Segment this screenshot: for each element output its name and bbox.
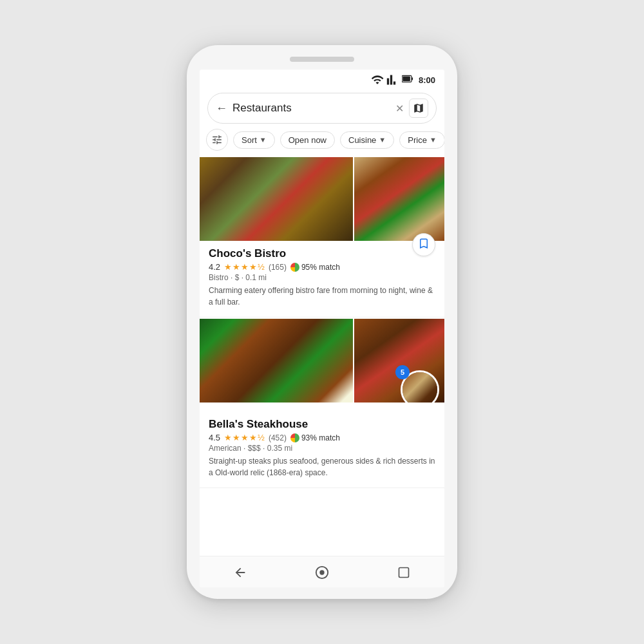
review-count-2: (452) <box>269 433 287 442</box>
star-4: ★ <box>249 262 257 272</box>
filter-row: Sort ▼ Open now Cuisine ▼ Price ▼ T <box>200 129 444 157</box>
sort-arrow: ▼ <box>260 136 267 144</box>
search-bar: ← Restaurants ✕ <box>207 93 437 124</box>
rating-number-2: 4.5 <box>209 433 220 442</box>
cuisine-chip[interactable]: Cuisine ▼ <box>340 131 394 149</box>
card-meta-2: American · $$$ · 0.35 mi <box>209 444 435 453</box>
thumb-wrapper: 5 <box>401 370 439 402</box>
svg-rect-2 <box>412 77 413 80</box>
restaurant-image-main-1 <box>200 157 353 241</box>
status-icons: 8:00 <box>371 73 435 86</box>
search-input[interactable]: Restaurants <box>232 102 390 115</box>
phone-frame: 8:00 ← Restaurants ✕ Sort ▼ <box>187 45 457 599</box>
svg-point-4 <box>319 570 324 574</box>
bottom-nav <box>200 556 444 587</box>
match-circle-1 <box>290 263 299 272</box>
bookmark-icon-1 <box>418 238 430 252</box>
card-desc-1: Charming eatery offering bistro fare fro… <box>209 285 435 308</box>
restaurant-image-main-2 <box>200 319 353 402</box>
restaurant-image-side-1 <box>354 157 444 241</box>
content-spacer <box>200 489 444 556</box>
status-time: 8:00 <box>419 75 435 85</box>
cuisine-arrow: ▼ <box>379 136 386 144</box>
price-chip[interactable]: Price ▼ <box>399 131 444 149</box>
stars-2: ★ ★ ★ ★ ½ <box>224 433 265 442</box>
card-desc-2: Straight-up steaks plus seafood, generou… <box>209 455 435 478</box>
stars-1: ★ ★ ★ ★ ½ <box>224 262 265 272</box>
nav-back-icon <box>233 565 247 580</box>
star-2: ★ <box>232 262 240 272</box>
nav-square-button[interactable] <box>394 563 413 582</box>
clear-button[interactable]: ✕ <box>395 102 404 115</box>
back-button[interactable]: ← <box>216 102 227 115</box>
star-1: ★ <box>224 262 232 272</box>
notification-badge-2: 5 <box>395 365 410 379</box>
open-now-label: Open now <box>289 135 327 145</box>
star-2-2: ★ <box>232 433 240 442</box>
star-3: ★ <box>241 262 249 272</box>
card-image-side-wrapper-2: 5 <box>354 319 444 402</box>
match-circle-2 <box>290 433 299 442</box>
card-images-2: 5 <box>200 319 444 402</box>
nav-square-icon <box>397 566 410 579</box>
nav-home-button[interactable] <box>312 563 332 582</box>
nav-home-icon <box>315 565 329 580</box>
card-info-1: Choco's Bistro 4.2 ★ ★ ★ ★ ½ (165) 95% m… <box>200 241 444 308</box>
rating-number-1: 4.2 <box>209 262 220 272</box>
signal-icon <box>386 73 399 86</box>
restaurant-name-2: Bella's Steakhouse <box>209 418 435 431</box>
sort-chip[interactable]: Sort ▼ <box>233 131 275 149</box>
phone-notch <box>290 57 354 62</box>
filter-icon-button[interactable] <box>206 129 228 151</box>
status-bar: 8:00 <box>200 70 444 89</box>
star-2-4: ★ <box>249 433 257 442</box>
card-meta-1: Bistro · $ · 0.1 mi <box>209 273 435 282</box>
nav-back-button[interactable] <box>231 563 250 582</box>
map-icon <box>413 102 424 114</box>
map-button[interactable] <box>409 99 428 118</box>
match-percent-1: 95% match <box>301 263 340 272</box>
match-badge-1: 95% match <box>290 263 340 272</box>
star-2-1: ★ <box>224 433 232 442</box>
bookmark-button-1[interactable] <box>412 233 435 256</box>
star-2-3: ★ <box>241 433 249 442</box>
star-half-1: ½ <box>258 262 265 272</box>
phone-screen: 8:00 ← Restaurants ✕ Sort ▼ <box>200 70 444 587</box>
rating-row-1: 4.2 ★ ★ ★ ★ ½ (165) 95% match <box>209 262 435 272</box>
star-half-2: ½ <box>258 433 265 442</box>
card-info-2: Bella's Steakhouse 4.5 ★ ★ ★ ★ ½ (452) 9… <box>200 412 444 478</box>
review-count-1: (165) <box>269 263 287 272</box>
price-label: Price <box>408 135 427 145</box>
match-percent-2: 93% match <box>301 433 340 442</box>
match-badge-2: 93% match <box>290 433 340 442</box>
open-now-chip[interactable]: Open now <box>280 131 335 149</box>
restaurant-name-1: Choco's Bistro <box>209 247 435 260</box>
restaurant-card-2[interactable]: 5 Bella's Steakhouse 4.5 ★ ★ ★ ★ <box>200 319 444 488</box>
svg-rect-1 <box>402 77 410 82</box>
wifi-icon <box>371 73 384 86</box>
sliders-icon <box>211 134 223 146</box>
price-arrow: ▼ <box>430 136 437 144</box>
restaurant-card-1[interactable]: Choco's Bistro 4.2 ★ ★ ★ ★ ½ (165) 95% m… <box>200 157 444 317</box>
cuisine-label: Cuisine <box>348 135 376 145</box>
sort-label: Sort <box>242 135 257 145</box>
battery-icon <box>402 73 415 86</box>
svg-rect-5 <box>399 568 408 578</box>
rating-row-2: 4.5 ★ ★ ★ ★ ½ (452) 93% match <box>209 433 435 442</box>
card-images-1 <box>200 157 444 241</box>
